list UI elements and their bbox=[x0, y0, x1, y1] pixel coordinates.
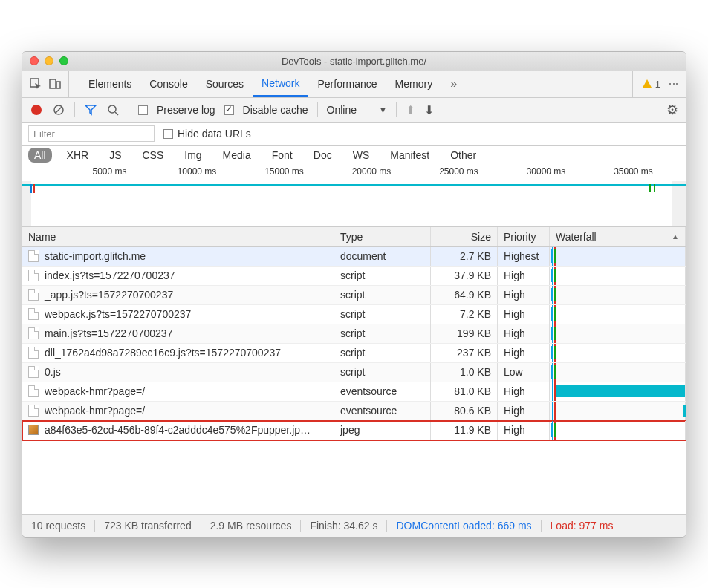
more-tabs-icon[interactable]: » bbox=[441, 71, 466, 97]
upload-icon[interactable]: ⬆ bbox=[406, 103, 415, 117]
hide-data-urls-checkbox[interactable] bbox=[163, 129, 173, 139]
table-row[interactable]: webpack-hmr?page=/eventsource80.6 KBHigh bbox=[22, 402, 686, 421]
warnings-count: 1 bbox=[655, 79, 660, 90]
type-manifest[interactable]: Manifest bbox=[384, 148, 435, 163]
status-bar: 10 requests 723 KB transferred 2.9 MB re… bbox=[22, 514, 686, 537]
timeline-tick: 10000 ms bbox=[178, 166, 217, 177]
request-name: webpack-hmr?page=/ bbox=[45, 405, 145, 416]
table-row[interactable]: static-import.glitch.medocument2.7 KBHig… bbox=[22, 247, 686, 267]
request-size: 1.0 KB bbox=[431, 363, 498, 382]
request-priority: High bbox=[498, 305, 550, 324]
request-type: jpeg bbox=[334, 421, 431, 440]
tab-memory[interactable]: Memory bbox=[386, 71, 442, 97]
request-type: script bbox=[334, 324, 431, 343]
tab-network[interactable]: Network bbox=[253, 71, 308, 97]
table-row[interactable]: 0.jsscript1.0 KBLow bbox=[22, 363, 686, 382]
main-tabbar: Elements Console Sources Network Perform… bbox=[22, 71, 686, 98]
chevron-down-icon: ▼ bbox=[379, 105, 387, 114]
table-row[interactable]: index.js?ts=1572270700237script37.9 KBHi… bbox=[22, 267, 686, 286]
tab-performance[interactable]: Performance bbox=[308, 71, 386, 97]
col-type[interactable]: Type bbox=[334, 227, 431, 246]
request-type: script bbox=[334, 344, 431, 362]
type-media[interactable]: Media bbox=[217, 148, 257, 163]
type-doc[interactable]: Doc bbox=[308, 148, 338, 163]
request-type: eventsource bbox=[334, 402, 431, 420]
type-css[interactable]: CSS bbox=[136, 148, 169, 163]
table-row[interactable]: webpack-hmr?page=/eventsource81.0 KBHigh bbox=[22, 382, 686, 402]
table-row[interactable]: dll_1762a4d98a7289ec16c9.js?ts=157227070… bbox=[22, 344, 686, 363]
request-type: script bbox=[334, 286, 431, 304]
request-priority: Low bbox=[498, 363, 550, 382]
timeline-overview[interactable]: 5000 ms10000 ms15000 ms20000 ms25000 ms3… bbox=[22, 166, 686, 226]
request-priority: High bbox=[498, 344, 550, 362]
request-size: 37.9 KB bbox=[431, 267, 498, 285]
table-row[interactable]: _app.js?ts=1572270700237script64.9 KBHig… bbox=[22, 286, 686, 305]
type-js[interactable]: JS bbox=[103, 148, 127, 163]
request-size: 80.6 KB bbox=[431, 402, 498, 420]
filter-bar: Hide data URLs bbox=[22, 123, 686, 146]
status-resources: 2.9 MB resources bbox=[201, 520, 302, 532]
file-icon bbox=[28, 347, 39, 359]
waterfall-cell bbox=[550, 382, 686, 401]
status-load: Load: 977 ms bbox=[542, 520, 623, 532]
disable-cache-checkbox[interactable] bbox=[224, 105, 234, 115]
request-size: 64.9 KB bbox=[431, 286, 498, 304]
throttling-select[interactable]: Online ▼ bbox=[327, 104, 387, 116]
timeline-tick: 5000 ms bbox=[92, 166, 126, 177]
requests-table: Name Type Size Priority Waterfall ▲ stat… bbox=[22, 226, 686, 514]
status-requests: 10 requests bbox=[22, 520, 95, 532]
search-icon[interactable] bbox=[106, 103, 120, 117]
col-size[interactable]: Size bbox=[431, 227, 498, 246]
request-priority: High bbox=[498, 324, 550, 343]
type-all[interactable]: All bbox=[28, 148, 52, 163]
timeline-tick: 20000 ms bbox=[352, 166, 392, 177]
clear-icon[interactable] bbox=[52, 103, 65, 117]
type-xhr[interactable]: XHR bbox=[61, 148, 95, 163]
preserve-log-checkbox[interactable] bbox=[138, 105, 148, 115]
status-transferred: 723 KB transferred bbox=[95, 520, 201, 532]
type-img[interactable]: Img bbox=[178, 148, 207, 163]
request-type: script bbox=[334, 267, 431, 285]
waterfall-cell bbox=[550, 363, 686, 382]
filter-icon[interactable] bbox=[84, 103, 97, 117]
settings-icon[interactable]: ⚙ bbox=[666, 102, 678, 118]
col-name[interactable]: Name bbox=[22, 227, 334, 246]
tab-elements[interactable]: Elements bbox=[79, 71, 140, 97]
request-name: webpack.js?ts=1572270700237 bbox=[45, 308, 191, 320]
status-finish: Finish: 34.62 s bbox=[301, 520, 387, 532]
timeline-tick: 35000 ms bbox=[614, 166, 653, 177]
warnings-badge[interactable]: 1 bbox=[642, 79, 660, 90]
table-row[interactable]: a84f63e5-62cd-456b-89f4-c2adddc4e575%2Fp… bbox=[22, 421, 686, 440]
request-size: 7.2 KB bbox=[431, 305, 498, 324]
tab-console[interactable]: Console bbox=[140, 71, 196, 97]
waterfall-cell bbox=[550, 286, 686, 304]
menu-icon[interactable]: ⋮ bbox=[668, 79, 680, 89]
request-type: eventsource bbox=[334, 382, 431, 401]
request-size: 2.7 KB bbox=[431, 247, 498, 266]
type-other[interactable]: Other bbox=[444, 148, 482, 163]
table-row[interactable]: main.js?ts=1572270700237script199 KBHigh bbox=[22, 324, 686, 344]
request-size: 81.0 KB bbox=[431, 382, 498, 401]
waterfall-cell bbox=[550, 402, 686, 420]
record-button[interactable] bbox=[30, 103, 43, 117]
tab-sources[interactable]: Sources bbox=[197, 71, 253, 97]
col-waterfall[interactable]: Waterfall ▲ bbox=[550, 227, 686, 246]
file-icon bbox=[28, 250, 39, 262]
device-icon[interactable] bbox=[48, 76, 62, 91]
waterfall-cell bbox=[550, 305, 686, 324]
download-icon[interactable]: ⬇ bbox=[424, 103, 434, 117]
request-size: 199 KB bbox=[431, 324, 498, 343]
filter-input[interactable] bbox=[28, 125, 155, 142]
type-font[interactable]: Font bbox=[266, 148, 299, 163]
col-priority[interactable]: Priority bbox=[498, 227, 550, 246]
request-priority: High bbox=[498, 402, 550, 420]
table-row[interactable]: webpack.js?ts=1572270700237script7.2 KBH… bbox=[22, 305, 686, 324]
request-priority: Highest bbox=[498, 247, 550, 266]
waterfall-cell bbox=[550, 421, 686, 440]
inspect-icon[interactable] bbox=[28, 76, 43, 91]
waterfall-cell bbox=[550, 247, 686, 266]
request-type: script bbox=[334, 305, 431, 324]
type-ws[interactable]: WS bbox=[347, 148, 376, 163]
request-priority: High bbox=[498, 267, 550, 285]
image-icon bbox=[28, 425, 39, 435]
